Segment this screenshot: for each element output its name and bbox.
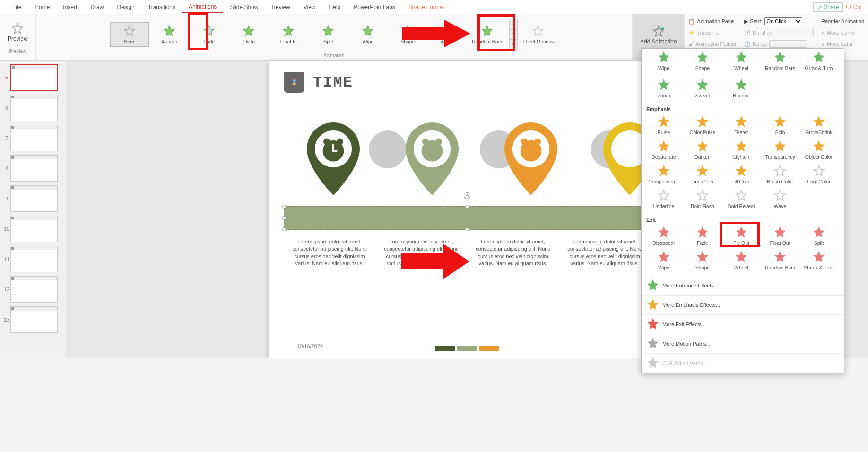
dd-random-bars[interactable]: Random Bars — [761, 248, 799, 273]
animation-pane-button[interactable]: 📋 Animation Pane — [688, 16, 737, 26]
dd-underline[interactable]: Underline — [644, 187, 683, 211]
pin-sage — [399, 119, 465, 199]
dd-fade[interactable]: Fade — [683, 224, 722, 248]
slide-thumb-7[interactable]: 7 — [0, 123, 66, 153]
svg-point-2 — [323, 139, 330, 145]
dd-pulse[interactable]: Pulse — [644, 113, 683, 138]
dd-shape[interactable]: Shape — [683, 248, 722, 273]
move-later-button[interactable]: ∨ Move Later — [821, 39, 864, 49]
anim-wipe[interactable]: Wipe — [348, 22, 387, 47]
dd-wheel[interactable]: Wheel — [722, 248, 761, 273]
tab-powerpointlabs[interactable]: PowerPointLabs — [347, 2, 401, 12]
dd-grow-turn[interactable]: Grow & Turn — [799, 49, 838, 73]
dd-more-2[interactable]: More Exit Effects... — [642, 314, 844, 334]
duration-label: Duration: — [753, 30, 774, 35]
anim-appear[interactable]: Appear — [150, 22, 189, 47]
dd-random-bars[interactable]: Random Bars — [761, 49, 799, 73]
tab-design[interactable]: Design — [110, 2, 141, 12]
delay-input[interactable] — [769, 40, 807, 48]
dd-bold-reveal[interactable]: Bold Reveal — [722, 187, 761, 211]
dd-wheel[interactable]: Wheel — [722, 49, 761, 73]
tab-shape-format[interactable]: Shape Format — [402, 2, 451, 12]
dd-wipe[interactable]: Wipe — [644, 49, 683, 73]
anim-flyin[interactable]: Fly In — [229, 22, 268, 47]
red-arrow-to-add-animation — [402, 17, 473, 50]
slide-thumb-5[interactable]: 5 — [0, 62, 66, 93]
add-animation-button[interactable]: Add Animation ⌄ — [636, 23, 680, 52]
tab-slideshow[interactable]: Slide Show — [223, 2, 265, 12]
start-label: Start: — [750, 18, 762, 24]
dd-wave[interactable]: Wave — [761, 187, 799, 211]
share-button[interactable]: ↗ Share — [813, 2, 843, 12]
move-earlier-button[interactable]: ∧ Move Earlier — [821, 27, 864, 38]
red-box-add-animation — [477, 14, 515, 51]
dd-disappear[interactable]: Disappear — [644, 224, 683, 248]
star-icon — [321, 25, 335, 38]
animation-group-label: Animation — [323, 53, 344, 58]
trigger-button[interactable]: ⚡ Trigger ⌄ — [688, 27, 737, 38]
tab-draw[interactable]: Draw — [84, 2, 110, 12]
menubar: File Home Insert Draw Design Transitions… — [0, 0, 868, 14]
duration-input[interactable] — [776, 29, 814, 36]
slide-thumb-11[interactable]: 11 — [0, 244, 66, 274]
dd-spin[interactable]: Spin — [761, 113, 799, 138]
slide-thumbnails[interactable]: 5678910111213 — [0, 61, 66, 358]
tab-transitions[interactable]: Transitions — [141, 2, 182, 12]
tab-review[interactable]: Review — [265, 2, 296, 12]
dd-transparency[interactable]: Transparency — [761, 138, 799, 162]
dd-shrink-turn[interactable]: Shrink & Turn — [799, 248, 838, 273]
slide-thumb-10[interactable]: 10 — [0, 214, 66, 244]
dd-desaturate[interactable]: Desaturate — [644, 138, 683, 162]
dd-grow-shrink[interactable]: Grow/Shrink — [799, 113, 838, 138]
selected-bar-shape[interactable]: ⟲ — [284, 206, 651, 230]
svg-point-12 — [521, 139, 528, 145]
slide-thumb-13[interactable]: 13 — [0, 304, 66, 335]
dd-shape[interactable]: Shape — [683, 49, 722, 73]
dd-swivel[interactable]: Swivel — [683, 76, 722, 101]
dd-complemen-[interactable]: Complemen... — [644, 162, 683, 187]
tab-home[interactable]: Home — [28, 2, 56, 12]
dd-lighten[interactable]: Lighten — [722, 138, 761, 162]
dd-teeter[interactable]: Teeter — [722, 113, 761, 138]
dd-darken[interactable]: Darken — [683, 138, 722, 162]
dd-more-3[interactable]: More Motion Paths... — [642, 334, 844, 353]
start-select[interactable]: On Click — [764, 17, 802, 25]
dd-bold-flash[interactable]: Bold Flash — [683, 187, 722, 211]
tab-help[interactable]: Help — [322, 2, 347, 12]
slide-date: 10/16/2020 — [297, 343, 323, 349]
clock-icon: ▶ — [744, 18, 748, 25]
pin-orange — [498, 119, 564, 199]
dd-more-1[interactable]: More Emphasis Effects... — [642, 295, 844, 314]
dd-split[interactable]: Split — [799, 224, 838, 248]
slide-thumb-6[interactable]: 6 — [0, 93, 66, 123]
star-icon — [163, 25, 176, 38]
anim-split[interactable]: Split — [309, 22, 347, 47]
dd-wipe[interactable]: Wipe — [644, 248, 683, 273]
preview-button[interactable]: Preview ⌄ — [4, 20, 32, 49]
slide-thumb-12[interactable]: 12 — [0, 274, 66, 304]
dd-more-4[interactable]: OLE Action Verbs... — [642, 353, 844, 358]
comments-button[interactable]: 🗨 Cor — [846, 4, 862, 10]
dd-font-color[interactable]: Font Color — [799, 162, 838, 187]
dd-zoom[interactable]: Zoom — [644, 76, 683, 101]
dd-object-color[interactable]: Object Color — [799, 138, 838, 162]
tab-view[interactable]: View — [297, 2, 322, 12]
dd-line-color[interactable]: Line Color — [683, 162, 722, 187]
slide-thumb-9[interactable]: 9 — [0, 183, 66, 214]
dd-fill-color[interactable]: Fill Color — [722, 162, 761, 187]
effect-options[interactable]: Effect Options — [519, 22, 557, 47]
dd-bounce[interactable]: Bounce — [722, 76, 761, 101]
dd-color-pulse[interactable]: Color Pulse — [683, 113, 722, 138]
animation-painter-button[interactable]: 🖌 Animation Painter — [688, 39, 737, 49]
tab-animations[interactable]: Animations — [182, 1, 223, 13]
star-plus-icon — [652, 25, 665, 38]
anim-floatin[interactable]: Float In — [269, 22, 308, 47]
dd-more-0[interactable]: More Entrance Effects... — [642, 276, 844, 295]
anim-none[interactable]: None — [110, 22, 149, 47]
svg-point-13 — [534, 139, 541, 145]
dd-float-out[interactable]: Float Out — [761, 224, 799, 248]
tab-file[interactable]: File — [6, 2, 28, 12]
tab-insert[interactable]: Insert — [56, 2, 84, 12]
dd-brush-color[interactable]: Brush Color — [761, 162, 799, 187]
slide-thumb-8[interactable]: 8 — [0, 153, 66, 183]
